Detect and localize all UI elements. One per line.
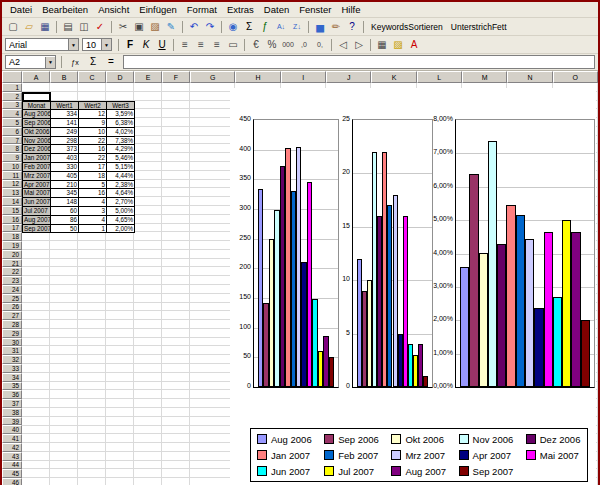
- cell-monat[interactable]: Sep 2006: [23, 119, 51, 128]
- cell-wert1[interactable]: 334: [51, 110, 79, 119]
- table-row[interactable]: Jul 20076035,00%: [23, 207, 135, 216]
- row-header-6[interactable]: 6: [2, 127, 22, 136]
- table-row[interactable]: Jun 200714842,70%: [23, 198, 135, 207]
- equals-button[interactable]: =: [104, 55, 119, 69]
- menu-item-format[interactable]: Format: [182, 4, 222, 15]
- cell-wert3[interactable]: 7,38%: [107, 137, 135, 146]
- autosum-button[interactable]: Σ: [242, 20, 257, 34]
- copy-button[interactable]: ▣: [132, 20, 147, 34]
- cell-wert2[interactable]: 3: [79, 207, 107, 216]
- sort-descending-button[interactable]: Z↓: [290, 20, 305, 34]
- cell-wert1[interactable]: 345: [51, 189, 79, 198]
- row-header-7[interactable]: 7: [2, 136, 22, 145]
- cell-wert2[interactable]: 5: [79, 181, 107, 190]
- open-button[interactable]: ▱: [22, 20, 37, 34]
- cell-wert2[interactable]: 12: [79, 110, 107, 119]
- row-header-9[interactable]: 9: [2, 153, 22, 162]
- cell-wert1[interactable]: 148: [51, 198, 79, 207]
- chevron-down-icon[interactable]: ▼: [45, 57, 55, 68]
- row-header-44[interactable]: 44: [2, 461, 22, 470]
- cell-wert1[interactable]: 249: [51, 128, 79, 137]
- cell-wert3[interactable]: 3,59%: [107, 110, 135, 119]
- insert-hyperlink-button[interactable]: ◉: [226, 20, 241, 34]
- bold-button[interactable]: F: [123, 38, 138, 52]
- help-button[interactable]: ?: [345, 20, 360, 34]
- table-row[interactable]: Jan 2007403225,46%: [23, 154, 135, 163]
- row-header-21[interactable]: 21: [2, 259, 22, 268]
- row-header-37[interactable]: 37: [2, 399, 22, 408]
- cell-wert2[interactable]: 1: [79, 225, 107, 234]
- column-header-f[interactable]: F: [162, 71, 190, 83]
- cell-monat[interactable]: Mai 2007: [23, 189, 51, 198]
- cell-wert3[interactable]: 4,44%: [107, 172, 135, 181]
- column-header-j[interactable]: J: [326, 71, 371, 83]
- row-header-17[interactable]: 17: [2, 224, 22, 233]
- table-row[interactable]: Sep 20075012,00%: [23, 225, 135, 234]
- cell-wert3[interactable]: 4,02%: [107, 128, 135, 137]
- data-table[interactable]: MonatWert1Wert2Wert3Aug 2006334123,59%Se…: [22, 101, 135, 234]
- sum-button[interactable]: Σ: [86, 55, 101, 69]
- row-header-42[interactable]: 42: [2, 443, 22, 452]
- column-header-o[interactable]: O: [553, 71, 598, 83]
- cell-wert2[interactable]: 17: [79, 163, 107, 172]
- row-header-39[interactable]: 39: [2, 417, 22, 426]
- cell-wert2[interactable]: 4: [79, 216, 107, 225]
- cell-monat[interactable]: Jul 2007: [23, 207, 51, 216]
- cell-wert3[interactable]: 5,15%: [107, 163, 135, 172]
- menu-item-datei[interactable]: Datei: [5, 4, 37, 15]
- cell-wert3[interactable]: 2,38%: [107, 181, 135, 190]
- cell-monat[interactable]: Jan 2007: [23, 154, 51, 163]
- table-row[interactable]: Mrz 2007405184,44%: [23, 172, 135, 181]
- cell-wert1[interactable]: 405: [51, 172, 79, 181]
- borders-button[interactable]: ▦: [375, 38, 390, 52]
- cell-monat[interactable]: Nov 2006: [23, 137, 51, 146]
- chart-object[interactable]: Aug 2006Sep 2006Okt 2006Nov 2006Dez 2006…: [230, 88, 596, 485]
- row-header-16[interactable]: 16: [2, 215, 22, 224]
- menu-item-hilfe[interactable]: Hilfe: [336, 4, 365, 15]
- fill-color-button[interactable]: ▨: [391, 38, 406, 52]
- cell-wert3[interactable]: 2,70%: [107, 198, 135, 207]
- row-header-46[interactable]: 46: [2, 478, 22, 485]
- font-color-button[interactable]: A: [407, 38, 422, 52]
- row-header-38[interactable]: 38: [2, 408, 22, 417]
- paste-button[interactable]: ▨: [148, 20, 163, 34]
- row-header-1[interactable]: 1: [2, 83, 22, 92]
- row-header-15[interactable]: 15: [2, 206, 22, 215]
- font-name-select[interactable]: Arial ▼: [5, 38, 79, 51]
- menu-item-bearbeiten[interactable]: Bearbeiten: [37, 4, 93, 15]
- cell-wert2[interactable]: 16: [79, 145, 107, 154]
- function-wizard-button[interactable]: ƒx: [68, 55, 83, 69]
- chart-wizard-button[interactable]: ▅: [313, 20, 328, 34]
- cell-wert3[interactable]: 4,64%: [107, 189, 135, 198]
- cell-wert2[interactable]: 18: [79, 172, 107, 181]
- decrease-indent-button[interactable]: ◁: [336, 38, 351, 52]
- column-header-e[interactable]: E: [134, 71, 162, 83]
- row-header-32[interactable]: 32: [2, 355, 22, 364]
- print-preview-button[interactable]: ◫: [77, 20, 92, 34]
- undo-button[interactable]: ↶: [187, 20, 202, 34]
- cell-wert1[interactable]: 50: [51, 225, 79, 234]
- table-row[interactable]: Aug 2006334123,59%: [23, 110, 135, 119]
- row-header-27[interactable]: 27: [2, 311, 22, 320]
- menu-item-einf-gen[interactable]: Einfügen: [134, 4, 182, 15]
- table-header-wert3[interactable]: Wert3: [107, 102, 135, 111]
- format-painter-button[interactable]: ✎: [164, 20, 179, 34]
- column-header-n[interactable]: N: [507, 71, 552, 83]
- add-decimal-button[interactable]: ,0: [297, 38, 312, 52]
- column-header-l[interactable]: L: [417, 71, 462, 83]
- cell-wert1[interactable]: 60: [51, 207, 79, 216]
- row-header-28[interactable]: 28: [2, 320, 22, 329]
- column-header-m[interactable]: M: [462, 71, 507, 83]
- row-header-24[interactable]: 24: [2, 285, 22, 294]
- cell-monat[interactable]: Dez 2006: [23, 145, 51, 154]
- cell-monat[interactable]: Feb 2007: [23, 163, 51, 172]
- column-header-h[interactable]: H: [235, 71, 280, 83]
- row-header-40[interactable]: 40: [2, 425, 22, 434]
- column-header-c[interactable]: C: [78, 71, 106, 83]
- cell-wert3[interactable]: 5,46%: [107, 154, 135, 163]
- row-header-13[interactable]: 13: [2, 188, 22, 197]
- row-header-34[interactable]: 34: [2, 373, 22, 382]
- row-header-18[interactable]: 18: [2, 232, 22, 241]
- remove-decimal-button[interactable]: 0,: [313, 38, 328, 52]
- column-header-g[interactable]: G: [190, 71, 235, 83]
